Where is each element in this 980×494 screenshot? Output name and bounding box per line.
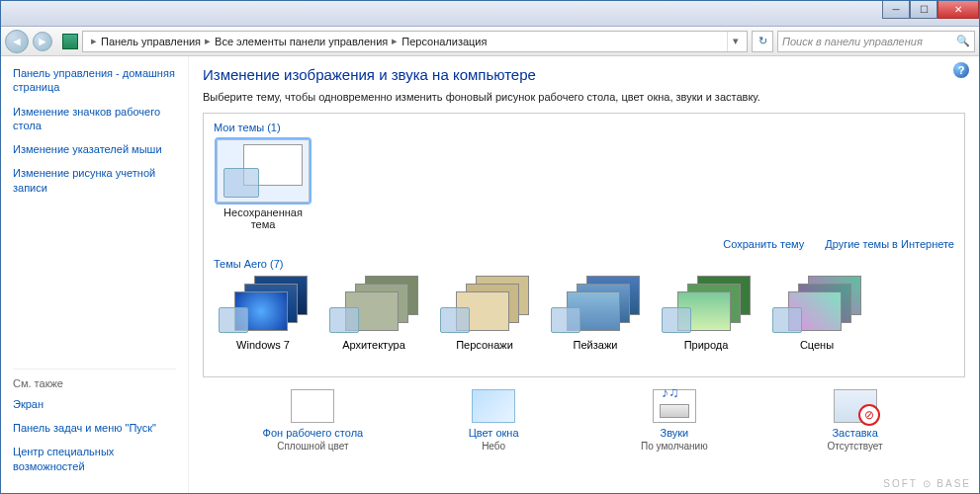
bottom-setting-item: Фон рабочего столаСплошной цвет [233, 389, 392, 452]
aero-thumbnail [549, 276, 642, 335]
see-also-header: См. также [13, 369, 176, 389]
aero-theme-item[interactable]: Природа [657, 276, 756, 351]
aero-thumbnail [217, 276, 310, 335]
aero-thumbnail [660, 276, 753, 335]
color-icon[interactable] [472, 389, 515, 423]
bottom-setting-item: ЗаставкаОтсутствует [776, 389, 935, 452]
content: Панель управления - домашняя страница Из… [1, 56, 979, 493]
bottom-settings-row: Фон рабочего столаСплошной цветЦвет окна… [203, 389, 965, 452]
bottom-sub: Отсутствует [776, 441, 935, 452]
search-icon[interactable]: 🔍 [956, 35, 970, 47]
sidebar: Панель управления - домашняя страница Из… [1, 56, 189, 493]
page-title: Изменение изображения и звука на компьют… [203, 66, 965, 83]
see-also-taskbar[interactable]: Панель задач и меню "Пуск" [13, 421, 176, 435]
aero-themes-header: Темы Aero (7) [214, 258, 954, 270]
help-icon[interactable]: ? [953, 62, 969, 78]
my-themes-row: Несохраненная тема [214, 139, 954, 230]
aero-theme-item[interactable]: Архитектура [324, 276, 423, 351]
bottom-setting-item: ЗвукиПо умолчанию [595, 389, 754, 452]
aero-themes-row: Windows 7АрхитектураПерсонажиПейзажиПрир… [214, 276, 954, 351]
bottom-link[interactable]: Заставка [776, 427, 935, 439]
aero-theme-label: Природа [684, 339, 729, 351]
nav-forward-button[interactable]: ► [33, 32, 52, 51]
see-also-display[interactable]: Экран [13, 397, 176, 411]
navbar: ◄ ► ▸ Панель управления ▸ Все элементы п… [1, 27, 979, 56]
bottom-link[interactable]: Фон рабочего стола [233, 427, 392, 439]
see-also-ease-of-access[interactable]: Центр специальных возможностей [13, 445, 176, 473]
sidebar-link-desktop-icons[interactable]: Изменение значков рабочего стола [13, 105, 176, 133]
bottom-sub: Небо [414, 441, 573, 452]
breadcrumb[interactable]: ▸ Панель управления ▸ Все элементы панел… [82, 31, 748, 52]
aero-thumbnail [770, 276, 863, 335]
bottom-link[interactable]: Цвет окна [414, 427, 573, 439]
bottom-sub: Сплошной цвет [233, 441, 392, 452]
nav-back-button[interactable]: ◄ [5, 30, 29, 53]
close-button[interactable]: ✕ [937, 1, 979, 19]
maximize-button[interactable]: ☐ [910, 1, 937, 19]
breadcrumb-item[interactable]: Персонализация [401, 36, 487, 47]
aero-theme-item[interactable]: Пейзажи [546, 276, 645, 351]
window: ─ ☐ ✕ ◄ ► ▸ Панель управления ▸ Все элем… [0, 0, 980, 494]
sidebar-link-home[interactable]: Панель управления - домашняя страница [13, 66, 176, 95]
minimize-button[interactable]: ─ [882, 1, 910, 19]
sidebar-link-account-picture[interactable]: Изменение рисунка учетной записи [13, 166, 176, 195]
aero-theme-item[interactable]: Сцены [767, 276, 866, 351]
titlebar: ─ ☐ ✕ [1, 1, 979, 27]
aero-theme-label: Пейзажи [574, 339, 618, 351]
main-panel: ? Изменение изображения и звука на компь… [189, 56, 979, 493]
online-themes-link[interactable]: Другие темы в Интернете [825, 238, 954, 250]
aero-theme-label: Сцены [800, 339, 834, 351]
watermark: SOFT ⊙ BASE [883, 478, 971, 489]
theme-item-unsaved[interactable]: Несохраненная тема [214, 139, 312, 230]
chevron-right-icon: ▸ [388, 35, 401, 47]
aero-theme-item[interactable]: Windows 7 [214, 276, 312, 351]
search-input[interactable]: Поиск в панели управления 🔍 [777, 31, 975, 52]
my-themes-header: Мои темы (1) [214, 122, 954, 133]
wp-icon[interactable] [291, 389, 334, 423]
breadcrumb-item[interactable]: Панель управления [101, 36, 201, 47]
page-description: Выберите тему, чтобы одновременно измени… [203, 91, 965, 103]
breadcrumb-item[interactable]: Все элементы панели управления [215, 36, 388, 47]
aero-theme-label: Персонажи [456, 339, 513, 351]
save-theme-link[interactable]: Сохранить тему [723, 238, 804, 250]
chevron-right-icon: ▸ [87, 35, 101, 47]
theme-links-row: Сохранить тему Другие темы в Интернете [214, 238, 954, 250]
chevron-right-icon: ▸ [201, 35, 215, 47]
themes-panel: Мои темы (1) Несохраненная тема Сохранит… [203, 113, 965, 377]
bottom-link[interactable]: Звуки [595, 427, 754, 439]
refresh-button[interactable]: ↻ [752, 31, 773, 52]
theme-label: Несохраненная тема [223, 206, 303, 230]
scr-icon[interactable] [834, 389, 877, 423]
theme-thumbnail [217, 139, 310, 203]
window-controls: ─ ☐ ✕ [882, 1, 979, 19]
bottom-sub: По умолчанию [595, 441, 754, 452]
bottom-setting-item: Цвет окнаНебо [414, 389, 573, 452]
aero-thumbnail [438, 276, 531, 335]
breadcrumb-dropdown[interactable]: ▾ [727, 32, 743, 51]
snd-icon[interactable] [653, 389, 696, 423]
search-placeholder: Поиск в панели управления [782, 36, 923, 47]
aero-thumbnail [327, 276, 420, 335]
aero-theme-label: Архитектура [342, 339, 405, 351]
aero-theme-item[interactable]: Персонажи [435, 276, 534, 351]
aero-theme-label: Windows 7 [236, 339, 290, 351]
control-panel-icon [62, 34, 78, 49]
sidebar-link-mouse-pointers[interactable]: Изменение указателей мыши [13, 142, 176, 156]
